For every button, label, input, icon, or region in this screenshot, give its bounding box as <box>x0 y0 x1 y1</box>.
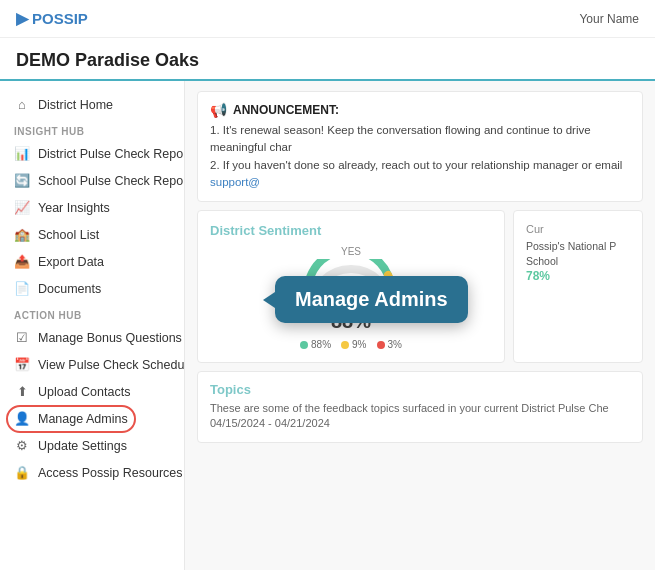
sidebar-item-school-pulse[interactable]: 🔄 School Pulse Check Reports <box>0 167 184 194</box>
page-title: DEMO Paradise Oaks <box>16 50 199 70</box>
person-icon: 👤 <box>14 411 30 426</box>
announcement-link[interactable]: support@ <box>210 176 260 188</box>
sidebar-label-access-possip: Access Possip Resources <box>38 466 183 480</box>
insight-hub-label: INSIGHT HUB <box>0 118 184 140</box>
sidebar-label-school-pulse: School Pulse Check Reports <box>38 174 185 188</box>
sidebar-item-district-pulse[interactable]: 📊 District Pulse Check Reports <box>0 140 184 167</box>
dot-red <box>377 341 385 349</box>
topics-title: Topics <box>210 382 630 397</box>
current-card: Cur Possip's National P School 78% <box>513 210 643 363</box>
doc-icon: 📄 <box>14 281 30 296</box>
logo-icon: ▶ <box>16 9 28 28</box>
sidebar-item-update-settings[interactable]: ⚙ Update Settings <box>0 432 184 459</box>
sidebar-label-view-pulse: View Pulse Check Schedule <box>38 358 185 372</box>
gauge-yes-label: YES <box>341 246 361 257</box>
sidebar-label-district-home: District Home <box>38 98 113 112</box>
sidebar-item-manage-admins[interactable]: 👤 Manage Admins <box>0 405 184 432</box>
school-icon: 🏫 <box>14 227 30 242</box>
dot-yellow <box>341 341 349 349</box>
announcement-line1: 1. It's renewal season! Keep the convers… <box>210 122 630 157</box>
announcement-icon: 📢 <box>210 102 227 118</box>
sidebar-label-upload-contacts: Upload Contacts <box>38 385 130 399</box>
manage-admins-tooltip: Manage Admins <box>275 276 468 323</box>
sidebar-item-view-pulse[interactable]: 📅 View Pulse Check Schedule <box>0 351 184 378</box>
sidebar: ⌂ District Home INSIGHT HUB 📊 District P… <box>0 81 185 570</box>
sidebar-label-export-data: Export Data <box>38 255 104 269</box>
stat-yes: 88% <box>300 339 331 350</box>
action-hub-label: ACTION HUB <box>0 302 184 324</box>
settings-icon: ⚙ <box>14 438 30 453</box>
sidebar-label-school-list: School List <box>38 228 99 242</box>
sidebar-label-district-pulse: District Pulse Check Reports <box>38 147 185 161</box>
topics-section: Topics These are some of the feedback to… <box>197 371 643 443</box>
sidebar-item-documents[interactable]: 📄 Documents <box>0 275 184 302</box>
dot-green <box>300 341 308 349</box>
main-layout: ⌂ District Home INSIGHT HUB 📊 District P… <box>0 81 655 570</box>
stat-yes-label: 88% <box>311 339 331 350</box>
gauge-stats: 88% 9% 3% <box>300 339 402 350</box>
sidebar-label-manage-admins: Manage Admins <box>38 412 128 426</box>
current-card-percent: 78% <box>526 268 630 285</box>
sidebar-item-manage-bonus[interactable]: ☑ Manage Bonus Questions <box>0 324 184 351</box>
top-bar: ▶ POSSIP Your Name <box>0 0 655 38</box>
page-title-bar: DEMO Paradise Oaks <box>0 38 655 81</box>
topics-date: 04/15/2024 - 04/21/2024 <box>210 417 330 429</box>
home-icon: ⌂ <box>14 97 30 112</box>
sentiment-card-title: District Sentiment <box>210 223 492 238</box>
export-icon: 📤 <box>14 254 30 269</box>
calendar-icon: 📅 <box>14 357 30 372</box>
checkbox-icon: ☑ <box>14 330 30 345</box>
topics-desc: These are some of the feedback topics su… <box>210 401 630 432</box>
trend-icon: 📈 <box>14 200 30 215</box>
chart-icon: 📊 <box>14 146 30 161</box>
announcement-label: ANNOUNCEMENT: <box>233 103 339 117</box>
content-area: 📢 ANNOUNCEMENT: 1. It's renewal season! … <box>185 81 655 570</box>
sidebar-label-update-settings: Update Settings <box>38 439 127 453</box>
sidebar-label-manage-bonus: Manage Bonus Questions <box>38 331 182 345</box>
sidebar-item-district-home[interactable]: ⌂ District Home <box>0 91 184 118</box>
upload-icon: ⬆ <box>14 384 30 399</box>
stat-no-label: 3% <box>388 339 402 350</box>
stat-neutral-label: 9% <box>352 339 366 350</box>
announcement-text: 1. It's renewal season! Keep the convers… <box>210 122 630 191</box>
current-card-content: Possip's National P School 78% <box>526 239 630 285</box>
sidebar-item-access-possip[interactable]: 🔒 Access Possip Resources <box>0 459 184 486</box>
tooltip-label: Manage Admins <box>295 288 448 310</box>
announcement-line2: 2. If you haven't done so already, reach… <box>210 157 630 192</box>
sidebar-label-documents: Documents <box>38 282 101 296</box>
current-card-title: Cur <box>526 223 630 235</box>
lock-icon: 🔒 <box>14 465 30 480</box>
sidebar-label-year-insights: Year Insights <box>38 201 110 215</box>
sidebar-item-year-insights[interactable]: 📈 Year Insights <box>0 194 184 221</box>
current-card-sub: School <box>526 254 630 269</box>
current-card-desc: Possip's National P <box>526 239 630 254</box>
stat-no: 3% <box>377 339 402 350</box>
sidebar-item-school-list[interactable]: 🏫 School List <box>0 221 184 248</box>
sidebar-item-export-data[interactable]: 📤 Export Data <box>0 248 184 275</box>
announcement-title: 📢 ANNOUNCEMENT: <box>210 102 630 118</box>
user-name: Your Name <box>579 12 639 26</box>
announcement-banner: 📢 ANNOUNCEMENT: 1. It's renewal season! … <box>197 91 643 202</box>
logo-text: POSSIP <box>32 10 88 27</box>
logo: ▶ POSSIP <box>16 9 88 28</box>
refresh-icon: 🔄 <box>14 173 30 188</box>
stat-neutral: 9% <box>341 339 366 350</box>
topics-description: These are some of the feedback topics su… <box>210 402 609 414</box>
sidebar-item-upload-contacts[interactable]: ⬆ Upload Contacts <box>0 378 184 405</box>
